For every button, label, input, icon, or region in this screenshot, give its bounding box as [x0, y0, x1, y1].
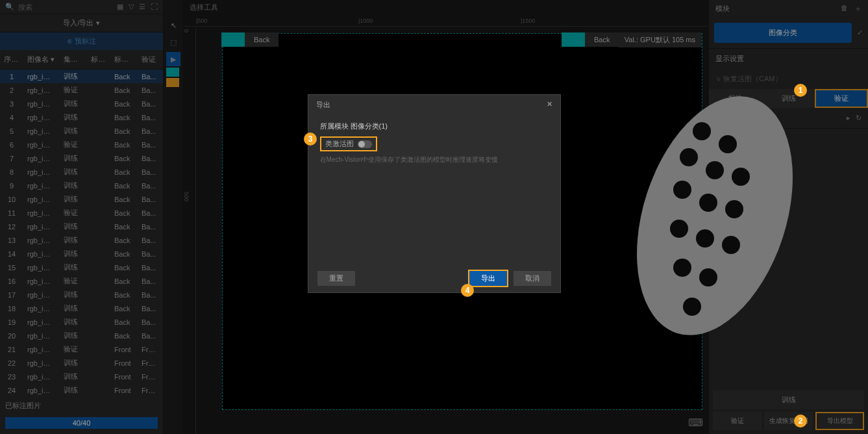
export-button[interactable]: 导出 — [469, 271, 507, 286]
modal-hint: 在Mech-Vision中使用保存了类激活图的模型时推理速度将变慢 — [320, 155, 549, 164]
reset-button[interactable]: 重置 — [317, 271, 355, 286]
toggle-label: 类激活图 — [325, 139, 354, 149]
cam-toggle-row[interactable]: 类激活图 — [320, 136, 377, 151]
callout-1: 1 — [794, 84, 807, 97]
callout-3: 3 — [304, 133, 317, 146]
modal-owner-text: 所属模块 图像分类(1) — [320, 121, 549, 131]
callout-2: 2 — [794, 415, 807, 428]
close-icon[interactable]: ✕ — [547, 100, 552, 110]
modal-overlay: 导出 ✕ 所属模块 图像分类(1) 类激活图 在Mech-Vision中使用保存… — [0, 0, 868, 434]
modal-title: 导出 — [316, 100, 330, 110]
callout-4: 4 — [461, 284, 474, 297]
cancel-button[interactable]: 取消 — [514, 271, 551, 286]
toggle-switch[interactable] — [358, 140, 372, 148]
export-modal: 导出 ✕ 所属模块 图像分类(1) 类激活图 在Mech-Vision中使用保存… — [308, 94, 561, 293]
